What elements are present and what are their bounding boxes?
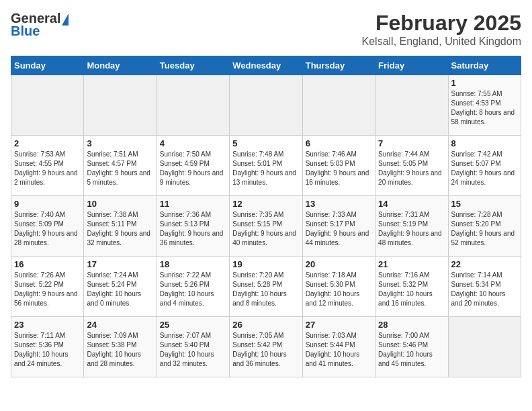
day-number: 3 <box>87 138 153 148</box>
day-info: Sunrise: 7:20 AM Sunset: 5:28 PM Dayligh… <box>232 271 299 308</box>
day-info: Sunrise: 7:42 AM Sunset: 5:07 PM Dayligh… <box>451 150 518 187</box>
day-of-week-header: Tuesday <box>157 56 229 75</box>
calendar-day-cell: 6Sunrise: 7:46 AM Sunset: 5:03 PM Daylig… <box>302 136 375 196</box>
calendar-week-row: 1Sunrise: 7:55 AM Sunset: 4:53 PM Daylig… <box>11 75 521 136</box>
day-info: Sunrise: 7:38 AM Sunset: 5:11 PM Dayligh… <box>87 210 153 248</box>
day-number: 6 <box>306 138 372 148</box>
calendar-day-cell: 2Sunrise: 7:53 AM Sunset: 4:55 PM Daylig… <box>11 136 84 196</box>
day-number: 5 <box>232 138 299 148</box>
day-number: 12 <box>232 199 299 209</box>
day-info: Sunrise: 7:18 AM Sunset: 5:30 PM Dayligh… <box>306 271 372 308</box>
calendar-day-cell: 25Sunrise: 7:07 AM Sunset: 5:40 PM Dayli… <box>157 317 229 377</box>
calendar-day-cell: 3Sunrise: 7:51 AM Sunset: 4:57 PM Daylig… <box>84 136 157 196</box>
title-block: February 2025 Kelsall, England, United K… <box>362 11 521 48</box>
day-number: 20 <box>306 259 372 269</box>
day-number: 18 <box>160 259 226 269</box>
day-of-week-header: Friday <box>375 56 448 75</box>
day-info: Sunrise: 7:53 AM Sunset: 4:55 PM Dayligh… <box>14 150 81 187</box>
calendar-day-cell <box>84 75 157 136</box>
day-info: Sunrise: 7:05 AM Sunset: 5:42 PM Dayligh… <box>232 331 299 369</box>
day-info: Sunrise: 7:44 AM Sunset: 5:05 PM Dayligh… <box>378 150 445 187</box>
day-number: 16 <box>14 259 81 269</box>
day-number: 21 <box>378 259 445 269</box>
calendar-week-row: 2Sunrise: 7:53 AM Sunset: 4:55 PM Daylig… <box>11 136 521 196</box>
day-number: 26 <box>232 320 299 330</box>
calendar-week-row: 9Sunrise: 7:40 AM Sunset: 5:09 PM Daylig… <box>11 196 521 257</box>
day-number: 14 <box>378 199 445 209</box>
logo: General Blue <box>11 11 69 39</box>
calendar-week-row: 16Sunrise: 7:26 AM Sunset: 5:22 PM Dayli… <box>11 257 521 317</box>
day-number: 24 <box>87 320 153 330</box>
calendar-day-cell: 8Sunrise: 7:42 AM Sunset: 5:07 PM Daylig… <box>448 136 521 196</box>
day-number: 13 <box>306 199 372 209</box>
day-number: 10 <box>87 199 153 209</box>
calendar-day-cell: 21Sunrise: 7:16 AM Sunset: 5:32 PM Dayli… <box>375 257 448 317</box>
day-info: Sunrise: 7:33 AM Sunset: 5:17 PM Dayligh… <box>306 210 372 248</box>
calendar-day-cell: 1Sunrise: 7:55 AM Sunset: 4:53 PM Daylig… <box>448 75 521 136</box>
day-info: Sunrise: 7:48 AM Sunset: 5:01 PM Dayligh… <box>232 150 299 187</box>
day-info: Sunrise: 7:03 AM Sunset: 5:44 PM Dayligh… <box>306 331 372 369</box>
calendar-day-cell: 28Sunrise: 7:00 AM Sunset: 5:46 PM Dayli… <box>375 317 448 377</box>
day-number: 28 <box>378 320 445 330</box>
logo-triangle-icon <box>62 13 69 26</box>
day-of-week-header: Sunday <box>11 56 84 75</box>
calendar-day-cell: 13Sunrise: 7:33 AM Sunset: 5:17 PM Dayli… <box>302 196 375 257</box>
day-info: Sunrise: 7:24 AM Sunset: 5:24 PM Dayligh… <box>87 271 153 308</box>
day-info: Sunrise: 7:16 AM Sunset: 5:32 PM Dayligh… <box>378 271 445 308</box>
day-of-week-header: Wednesday <box>230 56 302 75</box>
day-info: Sunrise: 7:36 AM Sunset: 5:13 PM Dayligh… <box>160 210 226 248</box>
calendar-day-cell: 14Sunrise: 7:31 AM Sunset: 5:19 PM Dayli… <box>375 196 448 257</box>
day-number: 17 <box>87 259 153 269</box>
day-info: Sunrise: 7:55 AM Sunset: 4:53 PM Dayligh… <box>451 89 518 127</box>
day-number: 27 <box>306 320 372 330</box>
calendar-day-cell: 23Sunrise: 7:11 AM Sunset: 5:36 PM Dayli… <box>11 317 84 377</box>
day-info: Sunrise: 7:00 AM Sunset: 5:46 PM Dayligh… <box>378 331 445 369</box>
day-of-week-header: Thursday <box>302 56 375 75</box>
calendar-day-cell <box>11 75 84 136</box>
day-info: Sunrise: 7:28 AM Sunset: 5:20 PM Dayligh… <box>451 210 518 248</box>
day-number: 22 <box>451 259 518 269</box>
calendar-day-cell <box>230 75 302 136</box>
calendar-table: SundayMondayTuesdayWednesdayThursdayFrid… <box>11 56 521 377</box>
day-of-week-header: Monday <box>84 56 157 75</box>
calendar-day-cell <box>157 75 229 136</box>
calendar-day-cell: 26Sunrise: 7:05 AM Sunset: 5:42 PM Dayli… <box>230 317 302 377</box>
page-header: General Blue February 2025 Kelsall, Engl… <box>11 11 521 48</box>
calendar-day-cell: 5Sunrise: 7:48 AM Sunset: 5:01 PM Daylig… <box>230 136 302 196</box>
calendar-day-cell: 11Sunrise: 7:36 AM Sunset: 5:13 PM Dayli… <box>157 196 229 257</box>
day-number: 19 <box>232 259 299 269</box>
day-info: Sunrise: 7:22 AM Sunset: 5:26 PM Dayligh… <box>160 271 226 308</box>
calendar-day-cell: 4Sunrise: 7:50 AM Sunset: 4:59 PM Daylig… <box>157 136 229 196</box>
calendar-day-cell: 22Sunrise: 7:14 AM Sunset: 5:34 PM Dayli… <box>448 257 521 317</box>
calendar-day-cell: 10Sunrise: 7:38 AM Sunset: 5:11 PM Dayli… <box>84 196 157 257</box>
day-info: Sunrise: 7:07 AM Sunset: 5:40 PM Dayligh… <box>160 331 226 369</box>
calendar-day-cell: 17Sunrise: 7:24 AM Sunset: 5:24 PM Dayli… <box>84 257 157 317</box>
day-number: 2 <box>14 138 81 148</box>
logo-blue-text: Blue <box>11 24 40 39</box>
calendar-week-row: 23Sunrise: 7:11 AM Sunset: 5:36 PM Dayli… <box>11 317 521 377</box>
day-info: Sunrise: 7:35 AM Sunset: 5:15 PM Dayligh… <box>232 210 299 248</box>
day-number: 25 <box>160 320 226 330</box>
day-info: Sunrise: 7:14 AM Sunset: 5:34 PM Dayligh… <box>451 271 518 308</box>
day-info: Sunrise: 7:40 AM Sunset: 5:09 PM Dayligh… <box>14 210 81 248</box>
day-number: 8 <box>451 138 518 148</box>
calendar-day-cell: 18Sunrise: 7:22 AM Sunset: 5:26 PM Dayli… <box>157 257 229 317</box>
calendar-day-cell <box>375 75 448 136</box>
calendar-day-cell: 16Sunrise: 7:26 AM Sunset: 5:22 PM Dayli… <box>11 257 84 317</box>
day-info: Sunrise: 7:31 AM Sunset: 5:19 PM Dayligh… <box>378 210 445 248</box>
day-info: Sunrise: 7:09 AM Sunset: 5:38 PM Dayligh… <box>87 331 153 369</box>
day-of-week-header: Saturday <box>448 56 521 75</box>
calendar-subtitle: Kelsall, England, United Kingdom <box>362 36 521 48</box>
calendar-title: February 2025 <box>362 11 521 36</box>
day-number: 1 <box>451 78 518 88</box>
calendar-day-cell: 24Sunrise: 7:09 AM Sunset: 5:38 PM Dayli… <box>84 317 157 377</box>
calendar-day-cell: 7Sunrise: 7:44 AM Sunset: 5:05 PM Daylig… <box>375 136 448 196</box>
calendar-day-cell: 20Sunrise: 7:18 AM Sunset: 5:30 PM Dayli… <box>302 257 375 317</box>
day-number: 7 <box>378 138 445 148</box>
day-number: 11 <box>160 199 226 209</box>
calendar-day-cell: 9Sunrise: 7:40 AM Sunset: 5:09 PM Daylig… <box>11 196 84 257</box>
calendar-day-cell <box>448 317 521 377</box>
day-number: 23 <box>14 320 81 330</box>
day-info: Sunrise: 7:46 AM Sunset: 5:03 PM Dayligh… <box>306 150 372 187</box>
day-info: Sunrise: 7:51 AM Sunset: 4:57 PM Dayligh… <box>87 150 153 187</box>
